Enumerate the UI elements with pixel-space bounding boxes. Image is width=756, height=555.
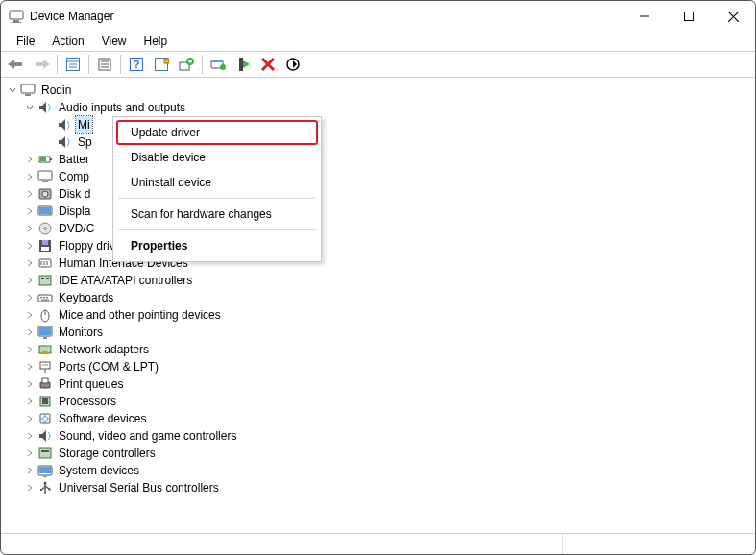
svg-rect-71 — [39, 327, 51, 335]
chevron-right-icon[interactable] — [22, 169, 37, 184]
category-icon — [37, 169, 53, 184]
category-icon — [37, 480, 53, 495]
chevron-right-icon[interactable] — [22, 342, 37, 357]
help-icon[interactable]: ? — [125, 53, 148, 76]
svg-point-97 — [48, 488, 50, 490]
tree-item[interactable]: Keyboards — [3, 289, 753, 306]
chevron-right-icon[interactable] — [22, 152, 37, 167]
chevron-right-icon[interactable] — [22, 428, 37, 444]
add-hardware-icon[interactable] — [175, 53, 198, 76]
tree-item[interactable]: Ports (COM & LPT) — [3, 358, 753, 375]
chevron-right-icon[interactable] — [22, 186, 37, 202]
tree-item[interactable]: Universal Serial Bus controllers — [3, 479, 753, 496]
tree-item-label: Processors — [57, 393, 118, 410]
update-driver-icon[interactable] — [207, 53, 230, 76]
chevron-right-icon[interactable] — [22, 238, 37, 253]
chevron-right-icon[interactable] — [22, 376, 37, 392]
category-icon — [37, 411, 53, 426]
category-icon — [37, 238, 53, 253]
svg-marker-39 — [39, 102, 46, 113]
tree-item-label: Ports (COM & LPT) — [57, 358, 160, 375]
tree-item[interactable]: Storage controllers — [3, 445, 753, 462]
category-icon — [37, 463, 53, 478]
chevron-right-icon[interactable] — [22, 273, 37, 288]
scan-hardware-icon[interactable] — [150, 53, 173, 76]
svg-rect-38 — [25, 94, 31, 96]
svg-marker-40 — [59, 119, 65, 131]
tree-item[interactable]: Network adapters — [3, 341, 753, 358]
tree-item-label: System devices — [57, 462, 141, 479]
tree-root[interactable]: Rodin — [3, 82, 753, 99]
svg-rect-87 — [39, 448, 51, 458]
chevron-right-icon[interactable] — [22, 394, 37, 409]
chevron-right-icon[interactable] — [22, 446, 37, 461]
chevron-right-icon[interactable] — [22, 411, 37, 426]
properties-icon[interactable] — [93, 53, 116, 76]
svg-rect-74 — [42, 351, 48, 354]
svg-marker-41 — [59, 136, 65, 148]
back-button[interactable] — [5, 53, 28, 76]
chevron-right-icon[interactable] — [22, 325, 37, 340]
device-tree[interactable]: Rodin Audio inputs and outputs Mi Update… — [1, 78, 755, 533]
category-icon — [37, 273, 53, 288]
menu-action[interactable]: Action — [44, 34, 91, 49]
category-icon — [37, 446, 53, 461]
tree-item-label: DVD/C — [57, 220, 96, 237]
context-menu-item[interactable]: Uninstall device — [116, 170, 318, 195]
chevron-right-icon[interactable] — [22, 307, 37, 323]
context-menu-item[interactable]: Scan for hardware changes — [116, 202, 318, 227]
svg-rect-44 — [40, 157, 46, 161]
context-menu: Update driverDisable deviceUninstall dev… — [112, 116, 322, 262]
chevron-right-icon[interactable] — [22, 204, 37, 219]
context-menu-item[interactable]: Properties — [116, 233, 318, 258]
maximize-button[interactable] — [667, 1, 711, 32]
uninstall-device-icon[interactable] — [256, 53, 280, 76]
tree-item[interactable]: Sound, video and game controllers — [3, 427, 753, 445]
chevron-right-icon[interactable] — [22, 290, 37, 305]
tree-item[interactable]: Processors — [3, 393, 753, 410]
forward-button[interactable] — [30, 53, 53, 76]
svg-rect-23 — [164, 59, 169, 63]
tree-item[interactable]: Monitors — [3, 324, 753, 341]
tree-item[interactable]: IDE ATA/ATAPI controllers — [3, 272, 753, 289]
app-icon — [9, 9, 24, 24]
tree-item-label: IDE ATA/ATAPI controllers — [57, 272, 194, 289]
svg-rect-45 — [38, 171, 52, 180]
svg-point-78 — [46, 364, 47, 365]
restart-icon[interactable] — [281, 53, 305, 76]
chevron-right-icon[interactable] — [22, 359, 37, 374]
statusbar — [1, 533, 755, 554]
svg-rect-2 — [13, 20, 19, 22]
tree-item[interactable]: Software devices — [3, 410, 753, 427]
svg-point-52 — [44, 228, 47, 230]
context-menu-item[interactable]: Update driver — [116, 120, 318, 145]
disable-device-icon[interactable] — [232, 53, 255, 76]
show-hidden-icon[interactable] — [61, 53, 85, 76]
svg-rect-72 — [43, 337, 47, 339]
menu-help[interactable]: Help — [136, 34, 176, 49]
svg-rect-67 — [41, 300, 49, 302]
svg-rect-62 — [46, 278, 49, 279]
chevron-right-icon[interactable] — [22, 480, 37, 495]
tree-item[interactable]: Mice and other pointing devices — [3, 306, 753, 324]
category-icon — [37, 394, 53, 409]
svg-marker-10 — [43, 60, 50, 69]
close-button[interactable] — [711, 1, 755, 32]
menu-view[interactable]: View — [94, 34, 134, 49]
tree-item[interactable]: System devices — [3, 462, 753, 479]
chevron-right-icon[interactable] — [22, 255, 37, 271]
context-menu-item[interactable]: Disable device — [116, 145, 318, 170]
category-icon — [37, 428, 53, 444]
chevron-down-icon[interactable] — [22, 100, 37, 115]
chevron-right-icon[interactable] — [22, 221, 37, 236]
chevron-right-icon[interactable] — [22, 463, 37, 478]
tree-item-label: Universal Serial Bus controllers — [57, 479, 221, 496]
chevron-down-icon[interactable] — [5, 83, 20, 98]
minimize-button[interactable] — [622, 1, 667, 32]
tree-item-audio[interactable]: Audio inputs and outputs — [3, 99, 753, 116]
menu-file[interactable]: File — [9, 34, 42, 49]
category-icon — [37, 307, 53, 323]
tree-item[interactable]: Print queues — [3, 375, 753, 393]
category-icon — [37, 186, 53, 202]
svg-rect-64 — [40, 297, 42, 299]
